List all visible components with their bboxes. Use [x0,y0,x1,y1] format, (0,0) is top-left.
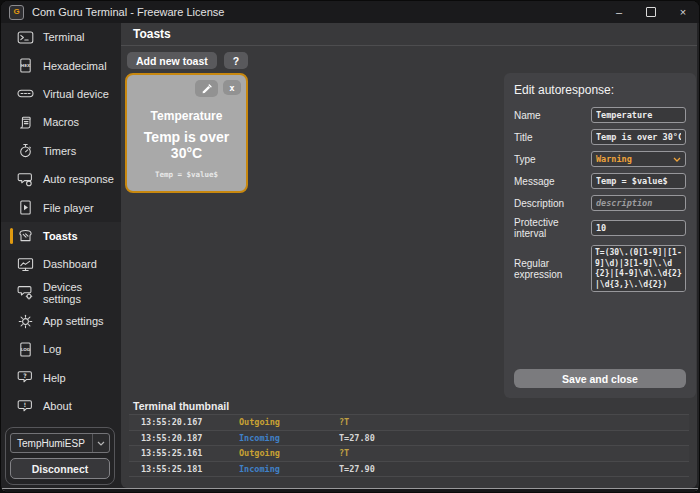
description-input[interactable] [591,195,686,211]
pencil-icon [201,83,213,95]
sidebar-item-label: App settings [43,315,104,327]
field-row-description: Description [514,195,686,211]
save-and-close-button[interactable]: Save and close [514,369,686,388]
sidebar-item-timers[interactable]: Timers [1,137,121,165]
terminal-row: 13:55:20.167 Outgoing ?T [129,415,689,431]
row-timestamp: 13:55:20.187 [129,433,239,443]
about-icon: ! [17,399,34,414]
svg-text:LOG: LOG [21,347,31,352]
disconnect-button[interactable]: Disconnect [10,458,110,479]
sidebar-item-dashboard[interactable]: Dashboard [1,250,121,278]
row-direction: Incoming [239,464,339,474]
sidebar-item-label: Log [43,343,61,355]
window-title: Com Guru Terminal - Freeware License [32,6,224,18]
terminal-row: 13:55:20.187 Incoming T=27.80 [129,431,689,447]
field-row-interval: Protective interval [514,217,686,239]
title-input[interactable] [591,129,686,145]
page-title: Toasts [121,23,697,46]
sidebar-item-label: Devices settings [43,281,121,305]
help-button[interactable]: ? [224,52,248,69]
svg-text:!: ! [24,400,27,407]
sidebar-item-terminal[interactable]: Terminal [1,23,121,51]
name-label: Name [514,110,591,121]
sidebar-item-label: Dashboard [43,258,97,270]
devices-settings-icon [17,285,34,300]
sidebar-item-label: About [43,400,72,412]
toast-card-actions: x [127,75,246,97]
toast-payload-template: Temp = $value$ [127,170,246,179]
type-select[interactable]: Warning [591,151,686,167]
timers-icon [17,143,34,158]
toast-title: Temperature [127,109,246,123]
row-data: ?T [339,417,349,427]
sidebar-item-label: Auto response [43,173,114,185]
field-row-name: Name [514,107,686,123]
row-data: T=27.80 [339,433,375,443]
message-label: Message [514,176,591,187]
sidebar: Terminal HEX Hexadecimal Virtual device … [1,23,121,486]
sidebar-item-auto-response[interactable]: Auto response [1,165,121,193]
toasts-icon [17,228,34,243]
chevron-down-icon [92,434,109,452]
message-input[interactable] [591,173,686,189]
type-select-value: Warning [596,154,673,164]
sidebar-item-label: Macros [43,116,79,128]
terminal-row: 13:55:25.181 Incoming T=27.90 [129,462,689,478]
window-frame-bottom [1,489,699,492]
field-row-type: Type Warning [514,151,686,167]
virtual-device-icon [17,86,34,101]
sidebar-item-macros[interactable]: Macros [1,108,121,136]
minimize-button[interactable]: – [603,1,635,23]
maximize-icon [646,7,656,17]
sidebar-item-hexadecimal[interactable]: HEX Hexadecimal [1,51,121,79]
sidebar-item-label: Help [43,372,66,384]
close-button[interactable]: × [667,1,699,23]
macros-icon [17,115,34,130]
row-timestamp: 13:55:20.167 [129,417,239,427]
regular-expression-input[interactable]: T=(30\.(0[1-9]|[1-9]\d)|3[1-9]\.\d{2}|[4… [591,245,686,292]
row-direction: Outgoing [239,448,339,458]
row-timestamp: 13:55:25.161 [129,448,239,458]
maximize-button[interactable] [635,1,667,23]
main-panel: Toasts Add new toast ? x Temperature Tem… [121,23,697,488]
device-select-value: TempHumiESP [11,438,92,449]
row-data: T=27.90 [339,464,375,474]
terminal-thumbnail-label: Terminal thumbnail [133,400,229,412]
sidebar-item-virtual-device[interactable]: Virtual device [1,80,121,108]
row-direction: Outgoing [239,417,339,427]
file-player-icon [17,200,34,215]
help-icon: ? [17,370,34,385]
svg-text:HEX: HEX [21,63,31,68]
sidebar-item-app-settings[interactable]: App settings [1,307,121,335]
edit-toast-button[interactable] [195,80,218,97]
window-controls: – × [603,1,699,23]
dashboard-icon [17,257,34,272]
regular-expression-label: Regular expression [514,258,591,280]
sidebar-item-devices-settings[interactable]: Devices settings [1,279,121,307]
connection-panel: TempHumiESP Disconnect [5,427,115,485]
sidebar-item-toasts[interactable]: Toasts [1,222,121,250]
name-input[interactable] [591,107,686,123]
log-icon: LOG [17,342,34,357]
sidebar-item-label: Virtual device [43,88,109,100]
terminal-thumbnail: 13:55:20.167 Outgoing ?T 13:55:20.187 In… [129,414,689,477]
device-select[interactable]: TempHumiESP [10,433,110,453]
delete-toast-button[interactable]: x [223,80,241,95]
add-new-toast-button[interactable]: Add new toast [127,52,217,69]
app-logo-icon: G [9,5,24,20]
row-timestamp: 13:55:25.181 [129,464,239,474]
sidebar-item-file-player[interactable]: File player [1,193,121,221]
sidebar-item-label: Timers [43,145,76,157]
row-direction: Incoming [239,433,339,443]
sidebar-item-about[interactable]: ! About [1,392,121,420]
edit-panel-title: Edit autoresponse: [514,83,686,97]
toast-card[interactable]: x Temperature Temp is over 30°C Temp = $… [125,73,248,193]
terminal-icon [17,30,34,45]
sidebar-item-log[interactable]: LOG Log [1,335,121,363]
protective-interval-input[interactable] [591,220,686,236]
svg-text:?: ? [23,372,27,379]
protective-interval-label: Protective interval [514,217,591,239]
title-label: Title [514,132,591,143]
sidebar-item-help[interactable]: ? Help [1,364,121,392]
sidebar-item-label: File player [43,202,94,214]
